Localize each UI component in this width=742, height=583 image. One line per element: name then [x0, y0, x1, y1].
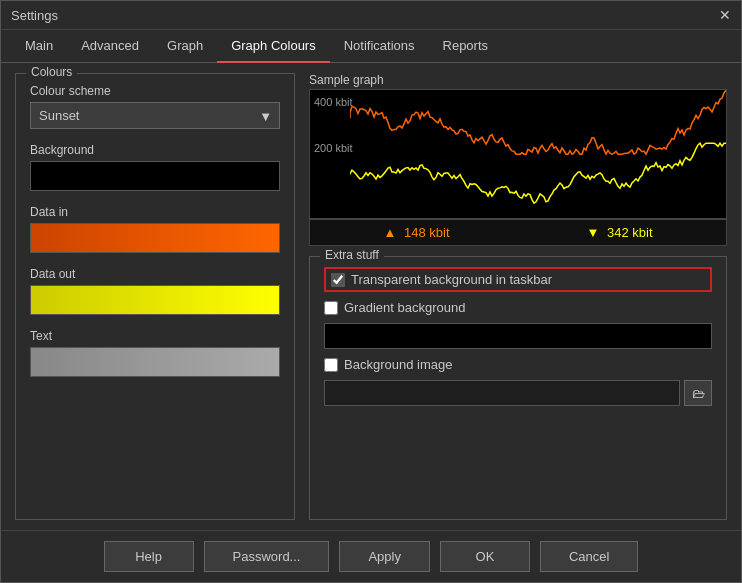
background-swatch[interactable] [30, 161, 280, 191]
stat-in: ▲ 148 kbit [383, 225, 449, 240]
graph-canvas [350, 90, 726, 218]
tab-reports[interactable]: Reports [429, 30, 503, 63]
main-content: Colours Colour scheme Sunset Classic Cus… [1, 63, 741, 530]
text-swatch[interactable] [30, 347, 280, 377]
right-panel: Sample graph 400 kbit 200 kbit ▲ 148 kbi… [309, 73, 727, 520]
triangle-up-icon: ▲ [383, 225, 396, 240]
graph-y-200-label: 200 kbit [314, 142, 353, 154]
graph-container: 400 kbit 200 kbit [309, 89, 727, 219]
folder-icon: 🗁 [692, 386, 705, 401]
cancel-button[interactable]: Cancel [540, 541, 638, 572]
password-button[interactable]: Password... [204, 541, 330, 572]
settings-window: Settings ✕ Main Advanced Graph Graph Col… [0, 0, 742, 583]
bg-image-label: Background image [344, 357, 452, 372]
tab-advanced[interactable]: Advanced [67, 30, 153, 63]
ok-button[interactable]: OK [440, 541, 530, 572]
tab-graph[interactable]: Graph [153, 30, 217, 63]
gradient-color-swatch[interactable] [324, 323, 712, 349]
extra-stuff-legend: Extra stuff [320, 248, 384, 262]
data-out-field: Data out [30, 267, 280, 315]
stat-in-value: 148 kbit [404, 225, 450, 240]
footer: Help Password... Apply OK Cancel [1, 530, 741, 582]
triangle-down-icon: ▼ [586, 225, 599, 240]
colour-scheme-select[interactable]: Sunset Classic Custom [30, 102, 280, 129]
file-input-row: 🗁 [324, 380, 712, 406]
transparent-bg-row: Transparent background in taskbar [324, 267, 712, 292]
gradient-bg-checkbox[interactable] [324, 301, 338, 315]
colour-scheme-label: Colour scheme [30, 84, 280, 98]
apply-button[interactable]: Apply [339, 541, 430, 572]
bg-image-row: Background image [324, 357, 712, 372]
stat-out-value: 342 kbit [607, 225, 653, 240]
colour-scheme-field: Colour scheme Sunset Classic Custom ▼ [30, 84, 280, 129]
data-in-label: Data in [30, 205, 280, 219]
colours-panel: Colours Colour scheme Sunset Classic Cus… [15, 73, 295, 520]
data-in-field: Data in [30, 205, 280, 253]
transparent-bg-checkbox[interactable] [331, 273, 345, 287]
sample-graph-section: Sample graph 400 kbit 200 kbit ▲ 148 kbi… [309, 73, 727, 246]
bg-image-checkbox[interactable] [324, 358, 338, 372]
sample-graph-label: Sample graph [309, 73, 727, 87]
text-label: Text [30, 329, 280, 343]
gradient-bg-label: Gradient background [344, 300, 465, 315]
graph-stats: ▲ 148 kbit ▼ 342 kbit [309, 219, 727, 246]
data-out-swatch[interactable] [30, 285, 280, 315]
close-button[interactable]: ✕ [719, 7, 731, 23]
gradient-bg-row: Gradient background [324, 300, 712, 315]
file-browse-button[interactable]: 🗁 [684, 380, 712, 406]
transparent-bg-label: Transparent background in taskbar [351, 272, 552, 287]
background-label: Background [30, 143, 280, 157]
stat-out: ▼ 342 kbit [586, 225, 652, 240]
tab-notifications[interactable]: Notifications [330, 30, 429, 63]
tab-main[interactable]: Main [11, 30, 67, 63]
background-field: Background [30, 143, 280, 191]
data-in-swatch[interactable] [30, 223, 280, 253]
data-out-label: Data out [30, 267, 280, 281]
help-button[interactable]: Help [104, 541, 194, 572]
title-bar: Settings ✕ [1, 1, 741, 30]
colour-scheme-select-wrapper: Sunset Classic Custom ▼ [30, 102, 280, 129]
tab-graph-colours[interactable]: Graph Colours [217, 30, 330, 63]
tab-bar: Main Advanced Graph Graph Colours Notifi… [1, 30, 741, 63]
graph-y-400-label: 400 kbit [314, 96, 353, 108]
text-field: Text [30, 329, 280, 377]
window-title: Settings [11, 8, 58, 23]
file-path-input[interactable] [324, 380, 680, 406]
extra-stuff-panel: Extra stuff Transparent background in ta… [309, 256, 727, 520]
colours-legend: Colours [26, 65, 77, 79]
